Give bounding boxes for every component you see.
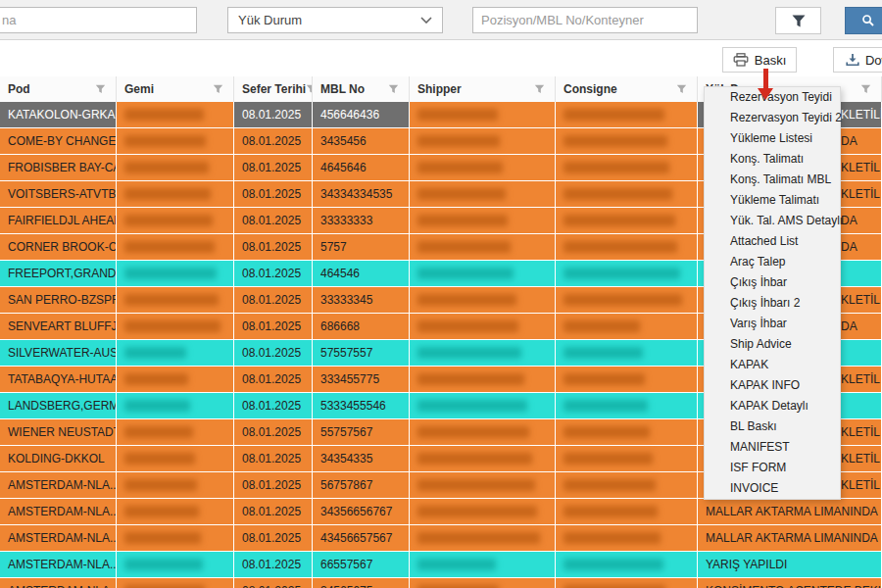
mbl-no-cell: 43456657567 [313, 525, 410, 551]
print-menu-item-kapak-info[interactable]: KAPAK INFO [705, 375, 840, 396]
pod-cell: FAIRFIELDJL AHEAD [0, 208, 117, 233]
mbl-no-value: 34565675 [320, 584, 372, 588]
pod-value: LANDSBERG,GERM... [8, 399, 117, 413]
redacted-blur [417, 294, 516, 306]
print-menu-item-attached-list[interactable]: Attached List [705, 231, 840, 252]
column-filter-funnel-icon[interactable] [676, 84, 687, 94]
redacted-blur [564, 162, 669, 173]
column-filter-funnel-icon[interactable] [213, 84, 223, 94]
print-menu-item-y-kleme-talimat-[interactable]: Yükleme Talimatı [705, 190, 840, 211]
redacted-blur [124, 320, 220, 332]
print-menu-item-y-kleme-listesi[interactable]: Yükleme Listesi [705, 128, 840, 149]
column-filter-funnel-icon[interactable] [388, 84, 399, 94]
yuk-durum-cell: MALLAR AKTARMA LIMANINDA [698, 525, 882, 551]
consigne-cell [556, 208, 698, 233]
table-row[interactable]: AMSTERDAM-NLA...08.01.202534356656767MAL… [0, 499, 882, 524]
cargo-status-select[interactable]: Yük Durum [227, 7, 443, 33]
gemi-cell [117, 367, 234, 392]
sefer-terihi-cell: 08.01.2025 [234, 287, 313, 313]
yuk-durum-fragment-right: DA [841, 240, 858, 254]
redacted-blur [417, 400, 527, 412]
download-button[interactable]: Dow [833, 47, 882, 73]
column-header-mbl-no[interactable]: MBL No [313, 76, 410, 102]
yuk-durum-fragment-right: KLETİLİY [841, 187, 882, 201]
gemi-cell [117, 552, 234, 577]
print-menu-item-ship-advice[interactable]: Ship Advice [705, 334, 840, 355]
print-menu-item-y-k-tal-ams-detayl-[interactable]: Yük. Tal. AMS Detaylı [705, 211, 840, 231]
print-menu-item-invoice[interactable]: INVOICE [705, 478, 840, 499]
redacted-blur [417, 320, 518, 332]
redacted-blur [564, 241, 677, 253]
pod-cell: SILVERWATER-AUSIL [0, 340, 117, 366]
print-menu-item-kapak-detayl-[interactable]: KAPAK Detaylı [705, 396, 840, 416]
print-menu-item-var-i-hbar[interactable]: Varış İhbar [705, 314, 840, 334]
column-header-gemi[interactable]: Gemi [117, 76, 234, 102]
redacted-blur [564, 347, 643, 359]
mbl-no-cell: 56757867 [313, 472, 410, 498]
redacted-blur [564, 268, 680, 279]
print-menu-item--k-i-hbar-2[interactable]: Çıkış İhbarı 2 [705, 293, 840, 314]
sefer-terihi-cell: 08.01.2025 [234, 340, 313, 366]
sefer-terihi-value: 08.01.2025 [242, 240, 301, 254]
gemi-cell [117, 234, 234, 260]
column-filter-funnel-icon[interactable] [306, 84, 313, 94]
consigne-cell [556, 287, 698, 313]
pod-value: AMSTERDAM-NLA... [8, 478, 117, 492]
column-header-sefer-terihi[interactable]: Sefer Terihi [234, 76, 313, 102]
table-row[interactable]: AMSTERDAM-NLA...08.01.202543456657567MAL… [0, 525, 882, 551]
redacted-blur [124, 400, 190, 412]
position-mbl-container-input[interactable] [472, 7, 698, 33]
sefer-terihi-cell: 08.01.2025 [234, 102, 313, 127]
sefer-terihi-cell: 08.01.2025 [234, 314, 313, 339]
search-input[interactable] [0, 7, 197, 33]
column-header-consigne[interactable]: Consigne [556, 76, 698, 102]
column-filter-funnel-icon[interactable] [860, 84, 871, 94]
sefer-terihi-value: 08.01.2025 [242, 346, 301, 360]
redacted-blur [124, 215, 213, 226]
redacted-blur [564, 400, 648, 412]
sefer-terihi-value: 08.01.2025 [242, 161, 301, 174]
download-icon [846, 53, 859, 67]
print-menu-item-bl-bask-[interactable]: BL Baskı [705, 416, 840, 437]
print-menu-item-ara-talep[interactable]: Araç Talep [705, 252, 840, 272]
print-menu-item-kon-talimat-mbl[interactable]: Konş. Talimatı MBL [705, 170, 840, 190]
column-filter-funnel-icon[interactable] [95, 84, 106, 94]
print-menu-item-kapak[interactable]: KAPAK [705, 355, 840, 375]
pod-value: SILVERWATER-AUSIL [8, 346, 117, 360]
filter-button[interactable] [775, 7, 821, 34]
print-button[interactable]: Baskı [722, 47, 797, 73]
column-header-pod[interactable]: Pod [0, 76, 117, 102]
pod-value: VOITSBERS-ATVTB [8, 187, 116, 201]
table-row[interactable]: AMSTERDAM-NLA...08.01.202534565675KONŞİM… [0, 578, 882, 588]
sefer-terihi-value: 08.01.2025 [242, 425, 301, 439]
gemi-cell [117, 287, 234, 313]
sefer-terihi-cell: 08.01.2025 [234, 367, 313, 392]
mbl-no-value: 5757 [320, 240, 347, 254]
print-menu-item-manifest[interactable]: MANIFEST [705, 437, 840, 458]
print-menu-item--k-i-hbar[interactable]: Çıkış İhbar [705, 272, 840, 293]
print-menu-item-isf-form[interactable]: ISF FORM [705, 458, 840, 478]
pod-cell: TATABAQYA-HUTAA [0, 367, 117, 392]
gemi-cell [117, 340, 234, 366]
gemi-cell [117, 419, 234, 445]
redacted-blur [124, 426, 193, 438]
pod-value: AMSTERDAM-NLA... [8, 558, 117, 571]
shipper-cell [410, 367, 556, 392]
search-button[interactable] [845, 7, 882, 34]
print-menu-item-kon-talimat-[interactable]: Konş. Talimatı [705, 149, 840, 170]
pod-value: WIENER NEUSTADT... [8, 425, 117, 439]
consigne-cell [556, 128, 698, 154]
table-row[interactable]: AMSTERDAM-NLA...08.01.202566557567YARIŞ … [0, 552, 882, 577]
search-icon [861, 14, 875, 27]
print-menu-item-rezervasyon-teyidi-2[interactable]: Rezervasyon Teyidi 2 [705, 108, 840, 128]
yuk-durum-cell: YARIŞ YAPILDI [698, 552, 882, 577]
column-filter-funnel-icon[interactable] [534, 84, 545, 94]
column-header-shipper[interactable]: Shipper [410, 76, 556, 102]
redacted-blur [124, 268, 217, 279]
shipper-cell [410, 261, 556, 286]
mbl-no-value: 686668 [320, 319, 360, 333]
sefer-terihi-value: 08.01.2025 [242, 558, 301, 571]
sefer-terihi-cell: 08.01.2025 [234, 419, 313, 445]
shipper-cell [410, 419, 556, 445]
redacted-blur [124, 453, 195, 465]
